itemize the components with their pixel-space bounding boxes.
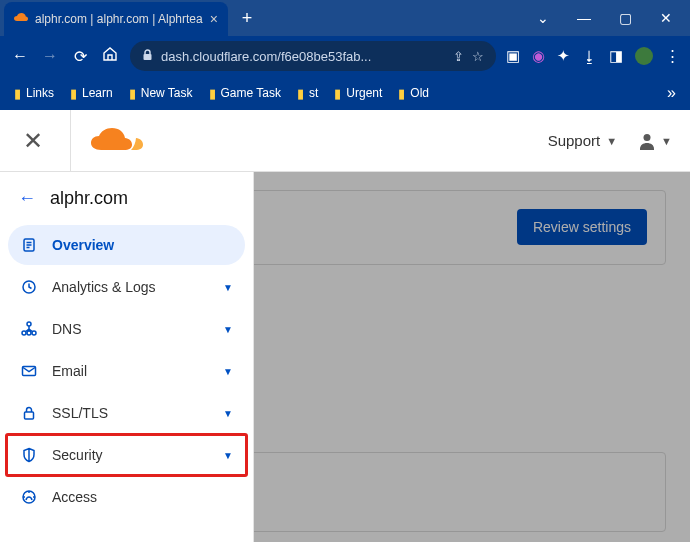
support-menu[interactable]: Support ▼ [548, 132, 617, 149]
sidebar: ← alphr.com Overview Analytics & Logs ▼ [0, 172, 254, 542]
extensions-puzzle-icon[interactable]: ✦ [557, 47, 570, 65]
browser-chrome: alphr.com | alphr.com | Alphrtea × + ⌄ —… [0, 0, 690, 110]
close-tab-icon[interactable]: × [210, 11, 218, 27]
svg-point-10 [27, 331, 31, 335]
folder-icon: ▮ [14, 86, 21, 101]
svg-rect-12 [25, 412, 34, 419]
svg-point-1 [644, 134, 651, 141]
network-icon [20, 321, 38, 337]
lock-icon [20, 405, 38, 421]
close-sidebar-button[interactable]: ✕ [18, 127, 48, 155]
sidebar-item-label: Analytics & Logs [52, 279, 209, 295]
bookmark-folder[interactable]: ▮Links [14, 86, 54, 101]
support-label: Support [548, 132, 601, 149]
bookmark-folder[interactable]: ▮New Task [129, 86, 193, 101]
minimize-icon[interactable]: — [577, 10, 591, 26]
svg-point-7 [27, 322, 31, 326]
app-body: improve security, optimize your account.… [0, 172, 690, 542]
sidebar-item-ssl[interactable]: SSL/TLS ▼ [8, 393, 245, 433]
reader-icon[interactable]: ▣ [506, 47, 520, 65]
folder-icon: ▮ [70, 86, 77, 101]
bookmark-folder[interactable]: ▮Game Task [209, 86, 281, 101]
url-text: dash.cloudflare.com/f6e08be53fab... [161, 49, 445, 64]
bookmarks-overflow-icon[interactable]: » [667, 84, 676, 102]
caret-down-icon: ▼ [661, 135, 672, 147]
sidebar-item-overview[interactable]: Overview [8, 225, 245, 265]
lock-icon [142, 49, 153, 63]
sidebar-header: ← alphr.com [0, 172, 253, 219]
browser-tab[interactable]: alphr.com | alphr.com | Alphrtea × [4, 2, 228, 36]
user-menu[interactable]: ▼ [637, 131, 672, 151]
expand-caret-icon: ▼ [223, 366, 233, 377]
expand-caret-icon: ▼ [223, 324, 233, 335]
mail-icon [20, 363, 38, 379]
nav-reload-button[interactable]: ⟳ [70, 47, 90, 66]
chevron-down-icon[interactable]: ⌄ [537, 10, 549, 26]
cloudflare-logo[interactable] [91, 128, 147, 154]
folder-icon: ▮ [334, 86, 341, 101]
sidebar-item-dns[interactable]: DNS ▼ [8, 309, 245, 349]
sidebar-site-name: alphr.com [50, 188, 128, 209]
clock-icon [20, 279, 38, 295]
bookmark-folder[interactable]: ▮Old [398, 86, 429, 101]
extension-icons: ▣ ◉ ✦ ⭳ ◨ ⋮ [506, 47, 680, 65]
nav-back-button[interactable]: ← [10, 47, 30, 65]
sidebar-back-button[interactable]: ← [18, 188, 36, 209]
sidebar-list: Overview Analytics & Logs ▼ DNS ▼ [0, 219, 253, 523]
browser-menu-icon[interactable]: ⋮ [665, 47, 680, 65]
expand-caret-icon: ▼ [223, 282, 233, 293]
close-window-icon[interactable]: ✕ [660, 10, 672, 26]
address-bar[interactable]: dash.cloudflare.com/f6e08be53fab... ⇪ ☆ [130, 41, 496, 71]
app-header: ✕ Support ▼ ▼ [0, 110, 690, 172]
share-icon[interactable]: ⇪ [453, 49, 464, 64]
folder-icon: ▮ [129, 86, 136, 101]
bookmark-folder[interactable]: ▮Urgent [334, 86, 382, 101]
bookmark-star-icon[interactable]: ☆ [472, 49, 484, 64]
expand-caret-icon: ▼ [223, 408, 233, 419]
sidebar-item-security[interactable]: Security ▼ [8, 435, 245, 475]
user-icon [637, 131, 657, 151]
new-tab-button[interactable]: + [242, 8, 253, 29]
window-controls: ⌄ — ▢ ✕ [519, 10, 690, 26]
svg-rect-0 [144, 54, 152, 60]
divider [70, 110, 71, 172]
access-icon [20, 489, 38, 505]
sidebar-item-label: Email [52, 363, 209, 379]
extension-icon-1[interactable]: ◉ [532, 47, 545, 65]
sidebar-item-label: Overview [52, 237, 233, 253]
folder-icon: ▮ [297, 86, 304, 101]
bookmark-folder[interactable]: ▮st [297, 86, 318, 101]
cloudflare-favicon [14, 12, 28, 26]
sidebar-item-label: DNS [52, 321, 209, 337]
profile-avatar-icon[interactable] [635, 47, 653, 65]
nav-forward-button[interactable]: → [40, 47, 60, 65]
browser-titlebar: alphr.com | alphr.com | Alphrtea × + ⌄ —… [0, 0, 690, 36]
sidebar-item-label: Security [52, 447, 209, 463]
caret-down-icon: ▼ [606, 135, 617, 147]
shield-icon [20, 447, 38, 463]
address-bar-row: ← → ⟳ dash.cloudflare.com/f6e08be53fab..… [0, 36, 690, 76]
tab-title: alphr.com | alphr.com | Alphrtea [35, 12, 203, 26]
sidebar-item-label: Access [52, 489, 233, 505]
bookmark-folder[interactable]: ▮Learn [70, 86, 113, 101]
bookmarks-bar: ▮Links ▮Learn ▮New Task ▮Game Task ▮st ▮… [0, 76, 690, 110]
maximize-icon[interactable]: ▢ [619, 10, 632, 26]
folder-icon: ▮ [209, 86, 216, 101]
panel-icon[interactable]: ◨ [609, 47, 623, 65]
clipboard-icon [20, 237, 38, 253]
expand-caret-icon: ▼ [223, 450, 233, 461]
folder-icon: ▮ [398, 86, 405, 101]
sidebar-item-email[interactable]: Email ▼ [8, 351, 245, 391]
nav-home-button[interactable] [100, 46, 120, 66]
sidebar-item-label: SSL/TLS [52, 405, 209, 421]
downloads-icon[interactable]: ⭳ [582, 48, 597, 65]
sidebar-item-access[interactable]: Access [8, 477, 245, 517]
sidebar-item-analytics[interactable]: Analytics & Logs ▼ [8, 267, 245, 307]
